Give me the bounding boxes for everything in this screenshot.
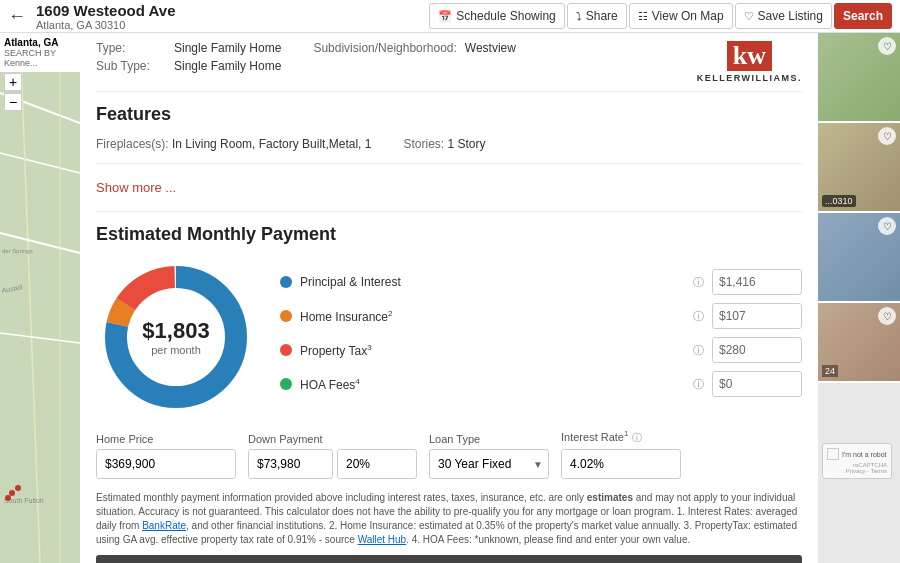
interest-rate-input[interactable]: [561, 449, 681, 479]
payment-title: Estimated Monthly Payment: [96, 224, 802, 245]
interest-info-icon[interactable]: ⓘ: [632, 432, 642, 443]
subdivision-value: Westview: [465, 41, 516, 55]
hoa-label: HOA Fees4: [300, 377, 685, 392]
map-zoom-controls: + −: [4, 73, 22, 111]
stories-field: Stories: 1 Story: [403, 137, 485, 151]
recaptcha-box: I'm not a robot reCAPTCHAPrivacy - Terms: [822, 443, 892, 479]
wallethub-link[interactable]: Wallet Hub: [358, 534, 407, 545]
show-more-link[interactable]: Show more ...: [96, 172, 802, 203]
donut-center: $1,803 per month: [142, 318, 209, 356]
fireplace-field: Fireplaces(s): In Living Room, Factory B…: [96, 137, 371, 151]
loan-inputs: Home Price document.querySelector('[data…: [96, 429, 802, 479]
svg-text:der Springs: der Springs: [2, 248, 33, 254]
sidebar-heart-3[interactable]: ♡: [878, 217, 896, 235]
sidebar-card-4: ♡ 24: [818, 303, 900, 383]
zoom-out-button[interactable]: −: [4, 93, 22, 111]
loan-type-select[interactable]: 30 Year Fixed 15 Year Fixed 5/1 ARM: [429, 449, 549, 479]
type-label: Type:: [96, 41, 166, 55]
bankrate-link[interactable]: BankRate: [142, 520, 186, 531]
insurance-dot: [280, 310, 292, 322]
pre-approved-button[interactable]: $ Get Pre-Approved: [96, 555, 802, 563]
save-listing-button[interactable]: ♡ Save Listing: [735, 3, 832, 29]
donut-amount: $1,803: [142, 318, 209, 344]
interest-rate-field: Interest Rate1 ⓘ: [561, 429, 681, 479]
breakdown-hoa: HOA Fees4 ⓘ: [280, 371, 802, 397]
property-info-row: Type: Single Family Home Sub Type: Singl…: [96, 33, 802, 92]
map-header: Atlanta, GA SEARCH BY Kenne...: [0, 33, 80, 72]
city-state-zip: Atlanta, GA 30310: [36, 19, 423, 31]
schedule-showing-button[interactable]: 📅 Schedule Showing: [429, 3, 564, 29]
home-price-field: Home Price document.querySelector('[data…: [96, 433, 236, 479]
content-area: Type: Single Family Home Sub Type: Singl…: [80, 33, 818, 563]
subdivision-label: Subdivision/Neighborhood:: [313, 41, 456, 55]
down-payment-input[interactable]: [248, 449, 333, 479]
tax-input[interactable]: [712, 337, 802, 363]
sidebar-heart-4[interactable]: ♡: [878, 307, 896, 325]
tax-dot: [280, 344, 292, 356]
loan-type-wrapper: 30 Year Fixed 15 Year Fixed 5/1 ARM ▼: [429, 449, 549, 479]
header-actions: 📅 Schedule Showing ⤵ Share ☷ View On Map…: [429, 3, 892, 29]
subtype-label: Sub Type:: [96, 59, 166, 73]
zoom-in-button[interactable]: +: [4, 73, 22, 91]
sidebar-heart-2[interactable]: ♡: [878, 127, 896, 145]
map-location-label: Kenne...: [4, 58, 76, 68]
rate-input-wrapper: [561, 449, 681, 479]
type-row: Type: Single Family Home: [96, 41, 281, 55]
principal-input[interactable]: [712, 269, 802, 295]
principal-dot: [280, 276, 292, 288]
recaptcha-content: I'm not a robot: [827, 448, 887, 460]
hoa-info-icon[interactable]: ⓘ: [693, 377, 704, 392]
down-payment-field: Down Payment: [248, 433, 417, 479]
subdivision-row: Subdivision/Neighborhood: Westview: [313, 41, 516, 55]
view-on-map-button[interactable]: ☷ View On Map: [629, 3, 733, 29]
subdivision-info: Subdivision/Neighborhood: Westview: [313, 41, 516, 83]
tax-label: Property Tax3: [300, 343, 685, 358]
sidebar-card-3: ♡ ☷: [818, 213, 900, 303]
insurance-info-icon[interactable]: ⓘ: [693, 309, 704, 324]
search-button[interactable]: Search: [834, 3, 892, 29]
header-bar: ← 1609 Westeood Ave Atlanta, GA 30310 📅 …: [0, 0, 900, 33]
home-price-input[interactable]: [96, 449, 236, 479]
heart-icon: ♡: [744, 10, 754, 23]
svg-point-12: [5, 495, 11, 501]
insurance-input[interactable]: [712, 303, 802, 329]
stories-value: 1 Story: [447, 137, 485, 151]
donut-label: per month: [142, 344, 209, 356]
kw-logo-area: kw KELLERWILLIAMS.: [697, 41, 802, 83]
calendar-icon: 📅: [438, 10, 452, 23]
features-title: Features: [96, 104, 802, 125]
fireplace-value: In Living Room, Factory Built,Metal, 1: [172, 137, 371, 151]
map-area: Austell South Fulton der Springs Atlanta…: [0, 33, 80, 563]
disclaimer-text: Estimated monthly payment information pr…: [96, 491, 802, 547]
back-button[interactable]: ←: [8, 6, 26, 27]
payment-section: Estimated Monthly Payment: [96, 224, 802, 563]
tax-info-icon[interactable]: ⓘ: [693, 343, 704, 358]
main-layout: Austell South Fulton der Springs Atlanta…: [0, 33, 900, 563]
property-address: 1609 Westeood Ave Atlanta, GA 30310: [36, 2, 423, 31]
down-payment-pct-input[interactable]: [337, 449, 417, 479]
map-city-label: Atlanta, GA: [4, 37, 76, 48]
sidebar-label-4: 24: [822, 365, 838, 377]
breakdown-insurance: Home Insurance2 ⓘ: [280, 303, 802, 329]
sidebar-card-1: ♡: [818, 33, 900, 123]
insurance-label: Home Insurance2: [300, 309, 685, 324]
kw-brand: KELLERWILLIAMS.: [697, 73, 802, 83]
principal-label: Principal & Interest: [300, 275, 685, 289]
payment-breakdown: Principal & Interest ⓘ Home Insurance2 ⓘ…: [280, 269, 802, 405]
kw-logo: kw: [727, 41, 772, 71]
street-address: 1609 Westeood Ave: [36, 2, 423, 19]
svg-rect-0: [0, 33, 80, 563]
hoa-dot: [280, 378, 292, 390]
home-price-label: Home Price: [96, 433, 236, 445]
share-button[interactable]: ⤵ Share: [567, 3, 627, 29]
recaptcha-branding: reCAPTCHAPrivacy - Terms: [827, 462, 887, 474]
recaptcha-checkbox[interactable]: [827, 448, 839, 460]
search-by-label: SEARCH BY: [4, 48, 76, 58]
loan-type-label: Loan Type: [429, 433, 549, 445]
principal-info-icon[interactable]: ⓘ: [693, 275, 704, 290]
breakdown-principal: Principal & Interest ⓘ: [280, 269, 802, 295]
map-background: Austell South Fulton der Springs Atlanta…: [0, 33, 80, 563]
hoa-input[interactable]: [712, 371, 802, 397]
sidebar-heart-1[interactable]: ♡: [878, 37, 896, 55]
share-icon: ⤵: [576, 10, 582, 22]
